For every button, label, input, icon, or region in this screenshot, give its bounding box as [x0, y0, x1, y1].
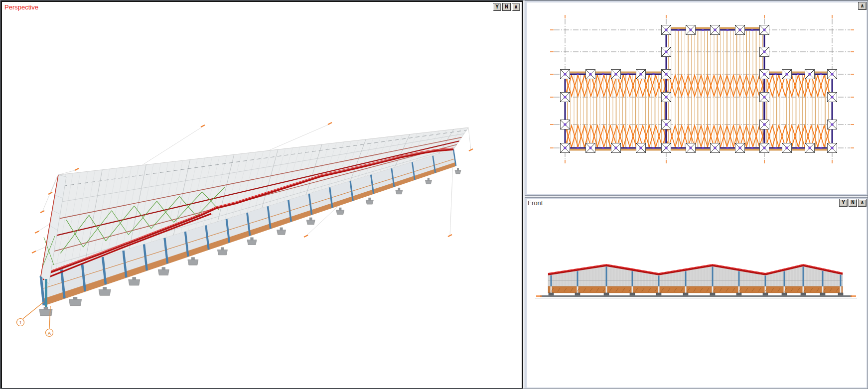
filter-button[interactable]: Y: [493, 3, 501, 11]
perspective-model: 1A: [17, 123, 473, 337]
north-button[interactable]: N: [502, 3, 511, 11]
viewport-plan[interactable]: ∧: [525, 0, 868, 196]
collapse-button[interactable]: ∧: [858, 2, 867, 10]
viewport-title-perspective: Perspective: [4, 3, 38, 11]
plan-drawing: [550, 15, 854, 163]
front-elevation-view[interactable]: [525, 198, 868, 389]
perspective-3d-view[interactable]: 1A: [2, 2, 522, 388]
north-button[interactable]: N: [849, 199, 857, 207]
perspective-button-row: Y N ∧: [493, 3, 520, 11]
viewport-front[interactable]: Front Y N ∧: [525, 197, 868, 389]
plan-2d-view[interactable]: [525, 1, 868, 195]
axis-label-1: 1: [19, 320, 21, 325]
front-drawing: [535, 264, 857, 298]
viewport-title-front: Front: [528, 199, 543, 207]
roof-plane: [41, 128, 468, 276]
plan-button-row: ∧: [858, 2, 867, 10]
collapse-button[interactable]: ∧: [858, 199, 867, 207]
front-button-row: Y N ∧: [839, 199, 867, 207]
axis-label-A: A: [48, 331, 51, 336]
filter-button[interactable]: Y: [839, 199, 848, 207]
viewport-perspective[interactable]: Perspective Y N ∧ 1A: [0, 0, 523, 389]
app-window: Perspective Y N ∧ 1A ∧ Front Y N ∧: [0, 0, 868, 389]
collapse-button[interactable]: ∧: [512, 3, 520, 11]
